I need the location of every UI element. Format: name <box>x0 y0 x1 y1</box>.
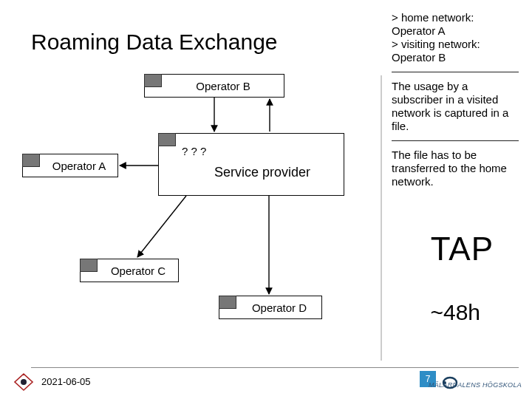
time-label: ~48h <box>430 300 480 325</box>
node-label: Operator C <box>93 265 166 277</box>
node-operator-b: Operator B <box>144 74 284 98</box>
footer-divider <box>31 367 519 368</box>
tap-label: TAP <box>431 231 494 267</box>
node-label: Operator A <box>35 160 106 172</box>
node-operator-d: Operator D <box>219 296 322 319</box>
side-divider-1 <box>392 72 519 72</box>
node-operator-a: Operator A <box>22 154 118 177</box>
university-label: MÄLARDALENS HÖGSKOLA <box>429 381 522 389</box>
side-divider-2 <box>392 140 519 141</box>
side-note-2: The usage by a subscriber in a visited n… <box>392 80 519 133</box>
node-tab-icon <box>144 74 162 87</box>
node-label: Service provider <box>192 149 310 180</box>
node-label: Operator D <box>234 301 307 314</box>
node-tab-icon <box>158 133 176 146</box>
node-label: Operator B <box>178 80 250 92</box>
svg-line-3 <box>137 196 186 257</box>
svg-point-6 <box>21 379 27 385</box>
side-note-3: The file has to be transferred to the ho… <box>392 149 519 188</box>
fer-logo-icon <box>13 372 34 392</box>
side-panel: > home network: Operator A > visiting ne… <box>392 11 519 196</box>
footer-date: 2021-06-05 <box>41 376 91 387</box>
node-tab-icon <box>22 154 40 167</box>
node-tab-icon <box>80 259 98 272</box>
university-name: MÄLARDALENS HÖGSKOLA <box>429 381 522 389</box>
node-service-provider: Service provider <box>158 133 344 196</box>
question-marks: ? ? ? <box>182 145 206 157</box>
node-operator-c: Operator C <box>80 259 179 282</box>
page-title: Roaming Data Exchange <box>31 30 278 55</box>
node-tab-icon <box>219 296 236 309</box>
side-note-1: > home network: Operator A > visiting ne… <box>392 11 519 64</box>
